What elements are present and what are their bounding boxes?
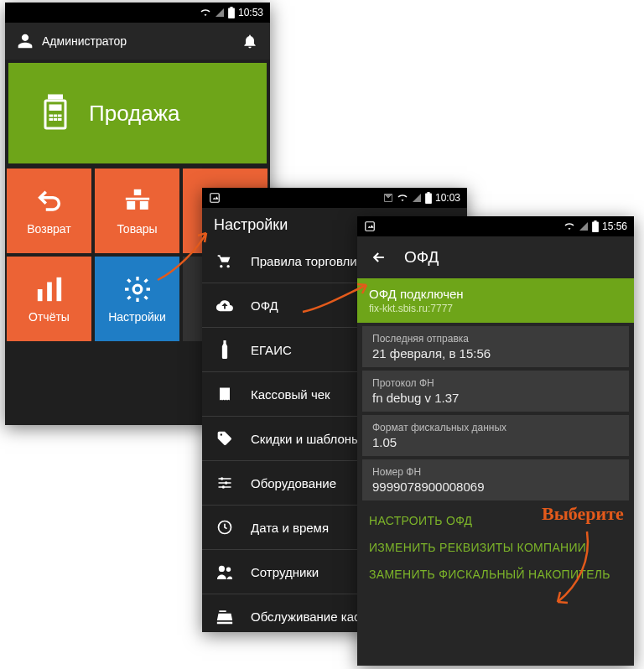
fn-number-label: Номер ФН xyxy=(372,466,619,478)
item-label: ОФД xyxy=(251,298,278,313)
svg-rect-11 xyxy=(139,201,148,210)
cart-icon xyxy=(216,252,234,269)
pos-terminal-icon xyxy=(40,94,70,132)
svg-rect-27 xyxy=(366,222,375,231)
svg-rect-12 xyxy=(125,197,148,200)
tag-icon xyxy=(216,430,234,447)
wifi-icon xyxy=(200,8,211,18)
format-label: Формат фискальных данных xyxy=(372,422,619,433)
last-send-label: Последняя отправка xyxy=(372,333,619,345)
svg-rect-6 xyxy=(49,118,54,121)
svg-rect-14 xyxy=(47,282,52,301)
svg-rect-7 xyxy=(54,118,58,121)
arrow-2 xyxy=(298,278,373,320)
bell-icon[interactable] xyxy=(242,33,258,49)
ofd-header: ОФД xyxy=(357,236,634,278)
cash-register-icon xyxy=(216,608,234,625)
svg-rect-8 xyxy=(58,118,62,121)
goods-icon xyxy=(123,187,152,215)
svg-rect-4 xyxy=(54,115,58,117)
item-label: ЕГАИС xyxy=(251,343,292,357)
signal-icon xyxy=(215,8,225,18)
svg-point-26 xyxy=(226,568,231,572)
connected-address: fix-kkt.sbis.ru:7777 xyxy=(369,303,622,314)
clock-icon xyxy=(216,519,234,536)
protocol-label: Протокол ФН xyxy=(372,377,619,389)
gear-icon xyxy=(122,275,153,303)
svg-rect-13 xyxy=(37,289,42,301)
svg-point-16 xyxy=(133,285,142,293)
connected-title: ОФД подключен xyxy=(369,287,622,301)
svg-rect-5 xyxy=(58,115,62,117)
status-bar: 10:03 xyxy=(202,188,467,208)
fn-number-value: 9999078900008069 xyxy=(372,480,619,494)
svg-rect-9 xyxy=(133,189,141,194)
settings-label: Настройки xyxy=(108,310,166,324)
svg-rect-15 xyxy=(56,277,61,300)
reports-tile[interactable]: Отчёты xyxy=(7,257,91,341)
user-bar: Администратор xyxy=(5,23,270,60)
item-label: Оборудование xyxy=(251,476,336,490)
receipt-icon xyxy=(216,386,234,402)
tune-icon xyxy=(216,475,234,491)
svg-rect-0 xyxy=(48,95,63,100)
return-label: Возврат xyxy=(27,222,71,236)
wifi-icon xyxy=(564,221,575,231)
svg-rect-3 xyxy=(49,115,54,117)
arrow-3 xyxy=(545,526,604,610)
sale-tile[interactable]: Продажа xyxy=(8,63,267,163)
bottle-icon xyxy=(216,340,234,359)
status-time: 10:03 xyxy=(435,192,460,204)
user-label: Администратор xyxy=(42,34,127,48)
last-send-block: Последняя отправка 21 февраля, в 15:56 xyxy=(362,326,629,367)
screenshot-icon xyxy=(364,220,376,232)
annotation-text: Выберите xyxy=(542,503,624,525)
status-bar: 15:56 xyxy=(357,216,634,236)
reports-label: Отчёты xyxy=(29,310,70,324)
status-time: 15:56 xyxy=(602,220,627,232)
back-arrow-icon[interactable] xyxy=(371,249,387,266)
wifi-icon xyxy=(397,193,408,203)
cloud-upload-icon xyxy=(216,298,234,313)
svg-point-23 xyxy=(222,485,225,488)
svg-point-21 xyxy=(221,477,223,480)
signal-icon xyxy=(412,193,422,203)
arrow-1 xyxy=(151,225,218,292)
user-icon xyxy=(17,33,34,49)
status-time: 10:53 xyxy=(238,7,263,18)
bar-chart-icon xyxy=(35,275,64,303)
people-icon xyxy=(216,564,234,579)
svg-point-22 xyxy=(225,481,227,484)
last-send-value: 21 февраля, в 15:56 xyxy=(372,346,619,360)
battery-icon xyxy=(592,220,599,232)
return-tile[interactable]: Возврат xyxy=(7,169,91,253)
battery-icon xyxy=(425,192,432,204)
ofd-connected-banner: ОФД подключен fix-kkt.sbis.ru:7777 xyxy=(357,278,634,323)
signal-icon xyxy=(579,221,589,231)
protocol-value: fn debug v 1.37 xyxy=(372,391,619,405)
svg-rect-2 xyxy=(49,105,62,112)
format-block: Формат фискальных данных 1.05 xyxy=(362,415,629,456)
battery-icon xyxy=(228,7,235,18)
screenshot-icon xyxy=(209,192,221,204)
sale-label: Продажа xyxy=(89,101,180,127)
fn-number-block: Номер ФН 9999078900008069 xyxy=(362,459,629,500)
item-label: Кассовый чек xyxy=(251,387,330,402)
item-label: Правила торговли xyxy=(251,254,357,268)
protocol-block: Протокол ФН fn debug v 1.37 xyxy=(362,371,629,412)
svg-rect-20 xyxy=(210,194,220,203)
item-label: Скидки и шаблоны xyxy=(251,432,361,446)
dropdown-icon xyxy=(383,193,393,203)
status-bar: 10:53 xyxy=(5,3,270,23)
format-value: 1.05 xyxy=(372,435,619,449)
return-icon xyxy=(35,187,64,215)
svg-point-25 xyxy=(219,566,225,572)
ofd-title-text: ОФД xyxy=(404,248,439,267)
item-label: Сотрудники xyxy=(251,565,319,579)
svg-rect-10 xyxy=(127,201,135,210)
item-label: Дата и время xyxy=(251,521,329,535)
